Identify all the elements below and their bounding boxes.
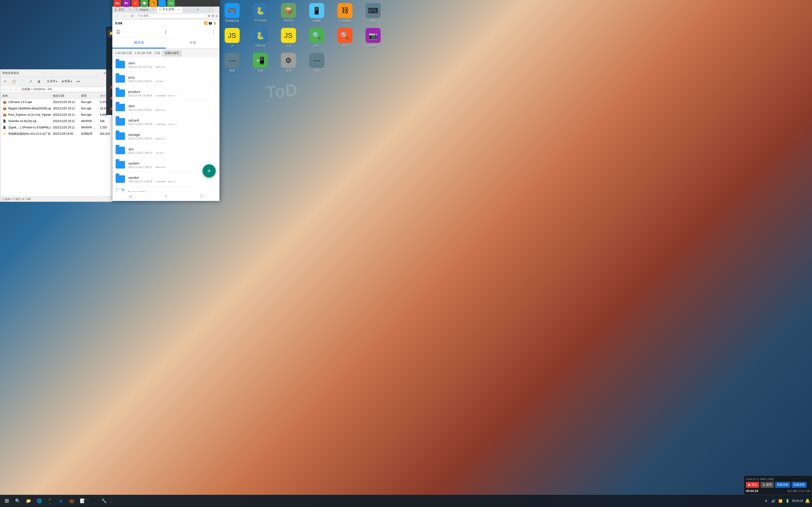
- desktop-icon-more[interactable]: ⋯ 更多: [218, 51, 246, 75]
- addr-back-button[interactable]: ←: [2, 87, 7, 92]
- phone-file-list[interactable]: oem 2022-07-05 19:13:42 rwxr-xr-x proc 2…: [112, 58, 219, 191]
- nav-home-phone[interactable]: ○: [161, 192, 170, 201]
- app-icon-pr[interactable]: Pr: [123, 0, 130, 7]
- notification-icon[interactable]: 🔔: [805, 498, 810, 504]
- file-list-panel[interactable]: 名称 修改日期 类型 大小 📦 LSPosed 1.8.5.apk 2022/1…: [0, 93, 112, 196]
- copy-button[interactable]: 📋: [10, 78, 17, 85]
- desktop-icon-nodejs[interactable]: 📦 NODES: [275, 1, 302, 25]
- app-icon-leidian[interactable]: ⚡: [132, 0, 139, 7]
- taskbar-clock[interactable]: 00:04:19: [792, 499, 803, 503]
- tab-magisk-close[interactable]: ×: [152, 7, 155, 12]
- tab-newtab[interactable]: +: [183, 7, 213, 13]
- list-item[interactable]: proc 2022-12-08 17:08:51 r-xr-xr-x: [112, 72, 219, 86]
- desktop-icon-js2[interactable]: JS .js.js: [275, 26, 302, 50]
- settings-icon-nav[interactable]: ⚙: [211, 14, 214, 17]
- taskbar-network-icon[interactable]: 📶: [777, 498, 783, 504]
- tab-magisk[interactable]: 🔧 Magisk... ×: [134, 7, 157, 13]
- cut-button[interactable]: ✂: [2, 78, 9, 85]
- desktop-icon-scaledown[interactable]: 🔍 缩小: [331, 26, 358, 50]
- desktop-icon-python[interactable]: 🐍 PYTHON: [247, 1, 274, 25]
- desktop-icon-more2[interactable]: ⋯ 更多: [303, 51, 330, 75]
- list-item[interactable]: sbin 2022-12-08 17:08:52 rwxr-xr-x: [112, 101, 219, 115]
- table-row[interactable]: 📦 LSPosed 1.8.5.apk 2022/11/25 19:12 Nox…: [0, 99, 112, 105]
- pause-recording-button[interactable]: ⏸ 暂停: [761, 482, 774, 488]
- table-row[interactable]: 📦 Magisk-18a0b94a-delta(25205).apk 2022/…: [0, 105, 112, 112]
- col-date[interactable]: 修改日期: [51, 93, 79, 99]
- taskbar-browser[interactable]: 🌐: [34, 496, 44, 506]
- bookmark-icon[interactable]: ★: [208, 14, 210, 17]
- tab-homepage-close[interactable]: ×: [129, 7, 131, 12]
- nav-forward-button[interactable]: →: [121, 13, 128, 19]
- table-row[interactable]: 🗜 Zygisk_-_LSPosed-v1.8.5(6649).zip 2022…: [0, 124, 112, 131]
- taskbar-search[interactable]: 🔍: [13, 496, 22, 506]
- paste-button[interactable]: 📄: [18, 78, 26, 85]
- screen-record-button[interactable]: 屏幕录制: [775, 482, 790, 488]
- nav-back-phone[interactable]: ◁: [125, 192, 135, 201]
- desktop-icon-settings[interactable]: ⚙ 设置: [275, 51, 302, 75]
- tab-remanager-close[interactable]: ×: [177, 7, 180, 12]
- tab-rootdir[interactable]: 根目录: [112, 38, 166, 48]
- delete-button[interactable]: 🗑: [36, 78, 43, 85]
- taskbar-tools[interactable]: 🔧: [99, 496, 109, 506]
- desktop-icon-js[interactable]: JS .js: [218, 26, 246, 50]
- taskbar-explorer[interactable]: 💼: [67, 496, 77, 506]
- recording-panel: xCam (0, 0, 3840, 2160) ⏹ 停止 ⏸ 暂停 屏幕录制 音…: [744, 475, 812, 495]
- taskbar-security[interactable]: 🛡: [88, 496, 98, 506]
- more-options-icon[interactable]: ⋮: [211, 30, 216, 35]
- desktop-icon-scaleup[interactable]: 🔍 放大: [303, 26, 330, 50]
- app-icon-ps[interactable]: Ps: [114, 0, 121, 7]
- desktop-icon-keyboard[interactable]: ⌨ 键盘: [359, 1, 387, 25]
- app-icon-qq[interactable]: 🐧: [149, 0, 157, 7]
- list-item[interactable]: oem 2022-07-05 19:13:42 rwxr-xr-x: [112, 58, 219, 72]
- desktop-icon-mainpy[interactable]: 🐍 main.py: [247, 26, 274, 50]
- taskbar-battery-sys-icon[interactable]: 🔋: [784, 498, 790, 504]
- col-type[interactable]: 类型: [79, 93, 98, 99]
- desktop-icon-flutter[interactable]: 📱 挂截图: [303, 1, 330, 25]
- blockchain-label: 区块截图: [339, 19, 351, 23]
- list-item[interactable]: bugreports 2022-09-15 11:58:00 -> bugrep…: [112, 186, 219, 191]
- taskbar-vscode[interactable]: ◈: [56, 496, 66, 506]
- app-icon-todo[interactable]: ToD: [167, 0, 175, 7]
- taskbar-upload-icon[interactable]: ⬆: [763, 498, 769, 504]
- tab-homepage[interactable]: 🏠 首页 ×: [112, 7, 134, 13]
- taskbar-phone[interactable]: 📱: [45, 496, 55, 506]
- desktop-icon-blockchain[interactable]: ⛓ 区块截图: [331, 1, 358, 25]
- taskbar-notepad[interactable]: 📝: [78, 496, 87, 506]
- nav-close-button[interactable]: ✕: [215, 14, 218, 18]
- desktop-icon-install[interactable]: 📲 安装: [247, 51, 274, 75]
- taskbar-volume-icon[interactable]: 🔊: [770, 498, 776, 504]
- list-item[interactable]: storage 2022-12-08 17:08:53 rwxr-xr-x: [112, 129, 219, 144]
- hamburger-icon[interactable]: ☰: [116, 30, 120, 35]
- fab-add-button[interactable]: +: [203, 164, 216, 177]
- view-dropdown[interactable]: ⊞ 查看 ▾: [60, 79, 73, 84]
- address-bar[interactable]: R.E.管理...: [136, 14, 207, 18]
- stop-recording-button[interactable]: ⏹ 停止: [746, 482, 759, 488]
- desktop-icon-screenshot[interactable]: 📷 截图: [359, 26, 387, 50]
- audio-record-button[interactable]: 音频录制: [792, 482, 807, 488]
- sort-dropdown[interactable]: ⇅ 排序 ▾: [46, 79, 59, 84]
- taskbar-files[interactable]: 📁: [23, 496, 33, 506]
- table-row[interactable]: ⚡ 雷电模拟器9(64)-v9.0.22.0-去广告精改... 2022/12/…: [0, 131, 112, 137]
- nav-back-button[interactable]: ←: [114, 13, 120, 19]
- list-item[interactable]: sys 2022-12-08 17:08:51 r-xr-xr-x: [112, 144, 219, 158]
- list-item[interactable]: product 2022-07-06 14:38:56 -> product r…: [112, 86, 219, 101]
- address-bar-field[interactable]: 此电脑 > OneDrive - Per: [20, 87, 110, 92]
- share-button[interactable]: ↗: [27, 78, 34, 85]
- tab-storage[interactable]: 存储: [166, 38, 219, 48]
- addr-up-button[interactable]: ↑: [13, 87, 18, 92]
- app-icon-wechat[interactable]: 💬: [141, 0, 148, 7]
- list-item[interactable]: sdcard 2022-12-08 17:06:45 -> primary rw…: [112, 115, 219, 129]
- nav-refresh-button[interactable]: ↺: [129, 13, 135, 19]
- install-icon: 📲: [253, 53, 268, 68]
- start-button[interactable]: ⊞: [2, 496, 12, 506]
- nav-recents-phone[interactable]: □: [197, 192, 206, 201]
- col-name[interactable]: 名称: [0, 93, 51, 99]
- mount-button[interactable]: 挂载为读写: [162, 50, 182, 56]
- app-icon-chrome[interactable]: 🌐: [158, 0, 166, 7]
- table-row[interactable]: 🗜 Shamiko-v0.6(126).zip 2022/11/25 19:11…: [0, 118, 112, 124]
- more-toolbar-btn[interactable]: •••: [75, 78, 82, 85]
- table-row[interactable]: 📦 Root_Explorer-v4.10.3-by_Alphaeva.apk …: [0, 112, 112, 118]
- desktop-icon-leidian[interactable]: 🎮 雷电模拟器: [218, 1, 246, 25]
- tab-remanager[interactable]: 📁 R.E.管理... ×: [157, 7, 183, 13]
- addr-forward-button[interactable]: →: [8, 87, 13, 92]
